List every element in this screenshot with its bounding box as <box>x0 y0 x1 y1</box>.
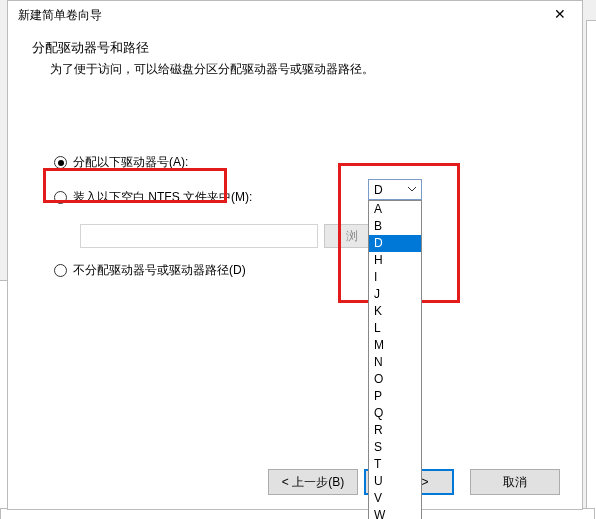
radio-icon <box>54 264 67 277</box>
dropdown-item[interactable]: L <box>369 320 421 337</box>
dropdown-item[interactable]: R <box>369 422 421 439</box>
dropdown-item[interactable]: P <box>369 388 421 405</box>
dropdown-item[interactable]: N <box>369 354 421 371</box>
dropdown-item[interactable]: U <box>369 473 421 490</box>
drive-letter-select[interactable]: D <box>368 179 422 200</box>
dropdown-item[interactable]: M <box>369 337 421 354</box>
wizard-header: 分配驱动器号和路径 为了便于访问，可以给磁盘分区分配驱动器号或驱动器路径。 <box>8 29 582 84</box>
option-none-label: 不分配驱动器号或驱动器路径(D) <box>73 262 246 279</box>
page-heading: 分配驱动器号和路径 <box>32 39 552 57</box>
mount-path-input[interactable] <box>80 224 318 248</box>
dropdown-item[interactable]: V <box>369 490 421 507</box>
drive-letter-dropdown[interactable]: ABDHIJKLMNOPQRSTUVW <box>368 200 422 519</box>
page-description: 为了便于访问，可以给磁盘分区分配驱动器号或驱动器路径。 <box>32 61 552 78</box>
back-button[interactable]: < 上一步(B) <box>268 469 358 495</box>
dropdown-item[interactable]: S <box>369 439 421 456</box>
mount-path-row: 浏 <box>54 224 542 248</box>
dropdown-item[interactable]: T <box>369 456 421 473</box>
chevron-down-icon <box>404 180 419 199</box>
option-mount-folder[interactable]: 装入以下空白 NTFS 文件夹中(M): <box>54 189 542 206</box>
cancel-button[interactable]: 取消 <box>470 469 560 495</box>
drive-letter-select-wrap: D ABDHIJKLMNOPQRSTUVW <box>368 179 422 200</box>
dropdown-item[interactable]: B <box>369 218 421 235</box>
radio-icon <box>54 156 67 169</box>
drive-letter-value: D <box>374 183 383 197</box>
titlebar: 新建简单卷向导 ✕ <box>8 1 582 29</box>
dropdown-item[interactable]: W <box>369 507 421 519</box>
option-assign-label: 分配以下驱动器号(A): <box>73 154 188 171</box>
dropdown-item[interactable]: A <box>369 201 421 218</box>
dropdown-item[interactable]: J <box>369 286 421 303</box>
dropdown-item[interactable]: Q <box>369 405 421 422</box>
dropdown-item[interactable]: I <box>369 269 421 286</box>
option-mount-label: 装入以下空白 NTFS 文件夹中(M): <box>73 189 252 206</box>
option-no-assign[interactable]: 不分配驱动器号或驱动器路径(D) <box>54 262 542 279</box>
dropdown-item[interactable]: H <box>369 252 421 269</box>
radio-icon <box>54 191 67 204</box>
close-button[interactable]: ✕ <box>538 1 582 29</box>
dropdown-item[interactable]: O <box>369 371 421 388</box>
option-assign-letter[interactable]: 分配以下驱动器号(A): <box>54 154 542 171</box>
wizard-dialog: 新建简单卷向导 ✕ 分配驱动器号和路径 为了便于访问，可以给磁盘分区分配驱动器号… <box>7 0 583 510</box>
dialog-title: 新建简单卷向导 <box>18 7 102 24</box>
dropdown-item[interactable]: D <box>369 235 421 252</box>
wizard-content: 分配以下驱动器号(A): 装入以下空白 NTFS 文件夹中(M): 浏 不分配驱… <box>8 84 582 317</box>
dropdown-item[interactable]: K <box>369 303 421 320</box>
